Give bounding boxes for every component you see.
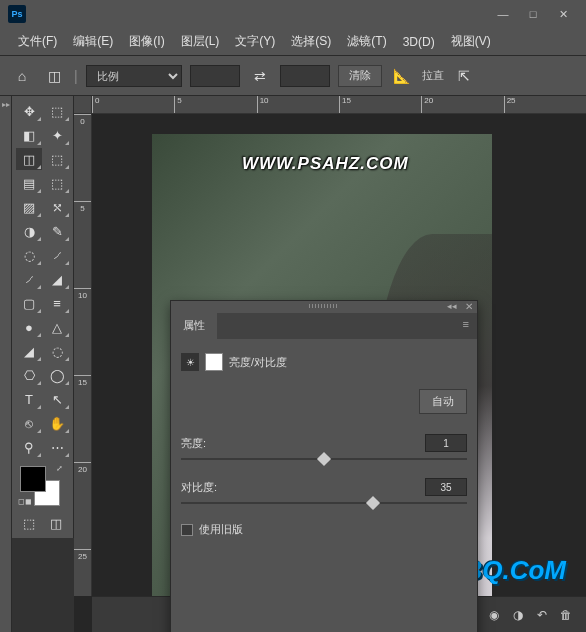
straighten-label: 拉直 — [422, 68, 444, 83]
crop-tool-icon[interactable]: ◫ — [42, 64, 66, 88]
tool-21[interactable]: ◌ — [44, 340, 70, 362]
adjustment-type-label: 亮度/对比度 — [229, 355, 287, 370]
tool-3[interactable]: ✦ — [44, 124, 70, 146]
tool-6[interactable]: ▤ — [16, 172, 42, 194]
quick-mask-icon[interactable]: ⬚ — [16, 512, 42, 534]
titlebar: Ps — □ ✕ — [0, 0, 586, 28]
options-bar: ⌂ ◫ | 比例 ⇄ 清除 📐 拉直 ⇱ — [0, 56, 586, 96]
properties-panel: ◂◂ ✕ 属性 ≡ ☀ 亮度/对比度 自动 亮度: 对比度: — [170, 300, 478, 632]
tool-0[interactable]: ✥ — [16, 100, 42, 122]
clear-button[interactable]: 清除 — [338, 65, 382, 87]
adjustment-header: ☀ 亮度/对比度 — [181, 349, 467, 383]
menu-text[interactable]: 文字(Y) — [229, 33, 281, 50]
tool-28[interactable]: ⚲ — [16, 436, 42, 458]
tool-29[interactable]: ⋯ — [44, 436, 70, 458]
dock-icon-4[interactable]: 🗑 — [556, 605, 576, 625]
brightness-label: 亮度: — [181, 436, 206, 451]
tool-13[interactable]: ⟋ — [44, 244, 70, 266]
tool-10[interactable]: ◑ — [16, 220, 42, 242]
toolbox: ✥⬚◧✦◫⬚▤⬚▨⤲◑✎◌⟋⟋◢▢≡●△◢◌⎔◯T↖⎋✋⚲⋯ ⤢ ◻◼ ⬚ ◫ — [12, 96, 74, 538]
panel-collapse-strip[interactable]: ▸▸ — [0, 96, 12, 632]
tool-23[interactable]: ◯ — [44, 364, 70, 386]
home-icon[interactable]: ⌂ — [10, 64, 34, 88]
menu-file[interactable]: 文件(F) — [12, 33, 63, 50]
menu-filter[interactable]: 滤镜(T) — [341, 33, 392, 50]
ruler-origin[interactable] — [74, 96, 92, 114]
dock-icon-1[interactable]: ◉ — [484, 605, 504, 625]
contrast-label: 对比度: — [181, 480, 217, 495]
tool-20[interactable]: ◢ — [16, 340, 42, 362]
app-logo: Ps — [8, 5, 26, 23]
menu-select[interactable]: 选择(S) — [285, 33, 337, 50]
panel-menu-icon[interactable]: ≡ — [455, 313, 477, 339]
panel-tabs: 属性 ≡ — [171, 313, 477, 339]
menu-view[interactable]: 视图(V) — [445, 33, 497, 50]
tool-1[interactable]: ⬚ — [44, 100, 70, 122]
panel-titlebar[interactable]: ◂◂ ✕ — [171, 301, 477, 313]
swap-colors-icon[interactable]: ⤢ — [56, 464, 63, 473]
brightness-slider-row: 亮度: — [181, 434, 467, 460]
tool-8[interactable]: ▨ — [16, 196, 42, 218]
tool-22[interactable]: ⎔ — [16, 364, 42, 386]
legacy-checkbox-row[interactable]: 使用旧版 — [181, 522, 467, 537]
color-swatches: ⤢ ◻◼ — [16, 464, 69, 506]
window-controls: — □ ✕ — [488, 0, 578, 28]
straighten-icon[interactable]: 📐 — [390, 64, 414, 88]
legacy-checkbox[interactable] — [181, 524, 193, 536]
panel-drag-handle[interactable] — [309, 304, 339, 308]
tool-27[interactable]: ✋ — [44, 412, 70, 434]
tool-17[interactable]: ≡ — [44, 292, 70, 314]
tool-9[interactable]: ⤲ — [44, 196, 70, 218]
default-colors-icon[interactable]: ◻◼ — [18, 497, 32, 506]
width-input[interactable] — [190, 65, 240, 87]
menu-layer[interactable]: 图层(L) — [175, 33, 226, 50]
expand-arrow-icon: ▸▸ — [0, 96, 11, 109]
contrast-slider[interactable] — [181, 502, 467, 504]
legacy-label: 使用旧版 — [199, 522, 243, 537]
menu-3d[interactable]: 3D(D) — [397, 35, 441, 49]
tool-11[interactable]: ✎ — [44, 220, 70, 242]
ruler-horizontal[interactable]: 0510152025 — [92, 96, 586, 114]
panel-collapse-icon[interactable]: ◂◂ — [447, 301, 457, 311]
share-icon[interactable]: ⇱ — [452, 64, 476, 88]
tool-26[interactable]: ⎋ — [16, 412, 42, 434]
panel-close-icon[interactable]: ✕ — [465, 301, 473, 312]
ratio-select[interactable]: 比例 — [86, 65, 182, 87]
tool-19[interactable]: △ — [44, 316, 70, 338]
foreground-color[interactable] — [20, 466, 46, 492]
brightness-value-input[interactable] — [425, 434, 467, 452]
auto-button[interactable]: 自动 — [419, 389, 467, 414]
contrast-slider-row: 对比度: — [181, 478, 467, 504]
tab-properties[interactable]: 属性 — [171, 313, 217, 339]
minimize-button[interactable]: — — [488, 0, 518, 28]
height-input[interactable] — [280, 65, 330, 87]
tool-15[interactable]: ◢ — [44, 268, 70, 290]
maximize-button[interactable]: □ — [518, 0, 548, 28]
dock-icon-3[interactable]: ↶ — [532, 605, 552, 625]
menu-image[interactable]: 图像(I) — [123, 33, 170, 50]
mask-icon[interactable] — [205, 353, 223, 371]
tool-25[interactable]: ↖ — [44, 388, 70, 410]
tool-5[interactable]: ⬚ — [44, 148, 70, 170]
screen-mode-icon[interactable]: ◫ — [44, 512, 70, 534]
menubar: 文件(F) 编辑(E) 图像(I) 图层(L) 文字(Y) 选择(S) 滤镜(T… — [0, 28, 586, 56]
watermark-top: WWW.PSAHZ.COM — [242, 154, 409, 174]
close-button[interactable]: ✕ — [548, 0, 578, 28]
tool-7[interactable]: ⬚ — [44, 172, 70, 194]
brightness-slider[interactable] — [181, 458, 467, 460]
swap-dimensions-icon[interactable]: ⇄ — [248, 64, 272, 88]
tool-2[interactable]: ◧ — [16, 124, 42, 146]
tool-24[interactable]: T — [16, 388, 42, 410]
dock-icon-2[interactable]: ◑ — [508, 605, 528, 625]
contrast-value-input[interactable] — [425, 478, 467, 496]
menu-edit[interactable]: 编辑(E) — [67, 33, 119, 50]
tool-12[interactable]: ◌ — [16, 244, 42, 266]
ruler-vertical[interactable]: 051015202530 — [74, 114, 92, 596]
brightness-icon[interactable]: ☀ — [181, 353, 199, 371]
contrast-thumb[interactable] — [366, 496, 380, 510]
tool-4[interactable]: ◫ — [16, 148, 42, 170]
brightness-thumb[interactable] — [317, 452, 331, 466]
tool-16[interactable]: ▢ — [16, 292, 42, 314]
tool-14[interactable]: ⟋ — [16, 268, 42, 290]
tool-18[interactable]: ● — [16, 316, 42, 338]
